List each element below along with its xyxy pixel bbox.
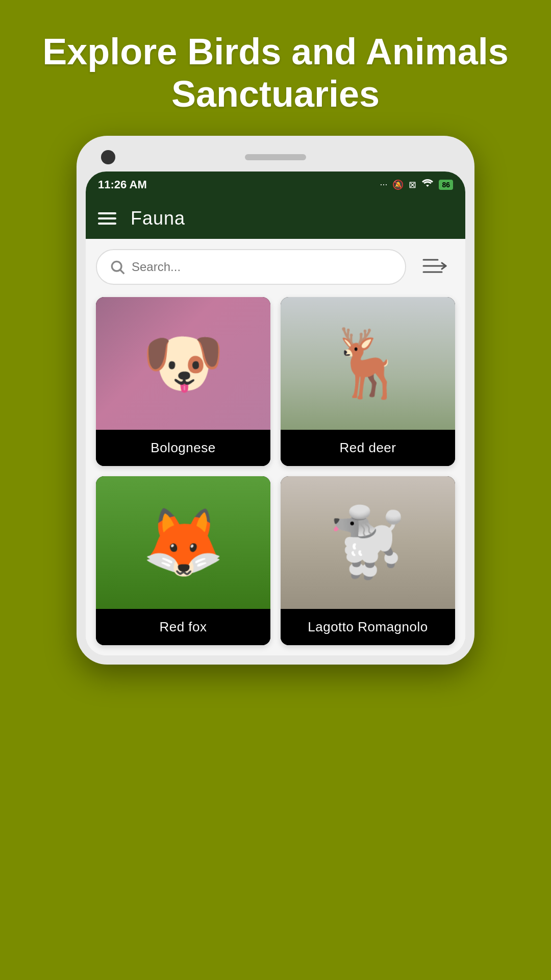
hamburger-menu-icon[interactable]: [98, 212, 116, 225]
animal-card-red-fox[interactable]: Red fox: [96, 476, 270, 645]
search-row: [96, 249, 455, 285]
animal-card-bolognese[interactable]: Bolognese: [96, 297, 270, 466]
search-icon: [109, 259, 126, 275]
page-header: Explore Birds and Animals Sanctuaries: [0, 0, 551, 136]
status-bar: 11:26 AM ··· 🔕 ⊠ 86: [86, 172, 465, 198]
notification-icon: 🔕: [392, 179, 404, 190]
sort-filter-icon: [421, 256, 448, 278]
animal-grid: Bolognese Red deer Red fox Lagotto Romag…: [96, 297, 455, 645]
phone-speaker: [245, 154, 306, 160]
animal-image-bolognese: [96, 297, 270, 430]
more-icon: ···: [380, 179, 387, 190]
svg-point-0: [112, 261, 121, 271]
animal-image-red-deer: [281, 297, 455, 430]
battery-icon: 86: [439, 180, 453, 190]
app-bar-title: Fauna: [131, 208, 185, 229]
animal-card-red-deer[interactable]: Red deer: [281, 297, 455, 466]
page-title: Explore Birds and Animals Sanctuaries: [20, 31, 531, 115]
animal-label-bolognese: Bolognese: [96, 430, 270, 466]
phone-top: [86, 145, 465, 172]
status-time: 11:26 AM: [98, 178, 147, 191]
animal-label-red-fox: Red fox: [96, 609, 270, 645]
animal-label-red-deer: Red deer: [281, 430, 455, 466]
status-icons: ··· 🔕 ⊠ 86: [380, 179, 453, 190]
animal-label-lagotto: Lagotto Romagnolo: [281, 609, 455, 645]
content-area: Bolognese Red deer Red fox Lagotto Romag…: [86, 239, 465, 655]
animal-image-red-fox: [96, 476, 270, 609]
search-box[interactable]: [96, 249, 406, 285]
sort-filter-button[interactable]: [414, 249, 455, 285]
phone-screen: 11:26 AM ··· 🔕 ⊠ 86: [86, 172, 465, 655]
phone-camera: [101, 150, 115, 164]
svg-line-1: [120, 270, 124, 274]
app-bar: Fauna: [86, 198, 465, 239]
search-input[interactable]: [132, 260, 393, 274]
sim-icon: ⊠: [409, 179, 416, 190]
phone-mockup: 11:26 AM ··· 🔕 ⊠ 86: [77, 136, 474, 665]
animal-card-lagotto[interactable]: Lagotto Romagnolo: [281, 476, 455, 645]
wifi-icon: [421, 179, 434, 190]
animal-image-lagotto: [281, 476, 455, 609]
